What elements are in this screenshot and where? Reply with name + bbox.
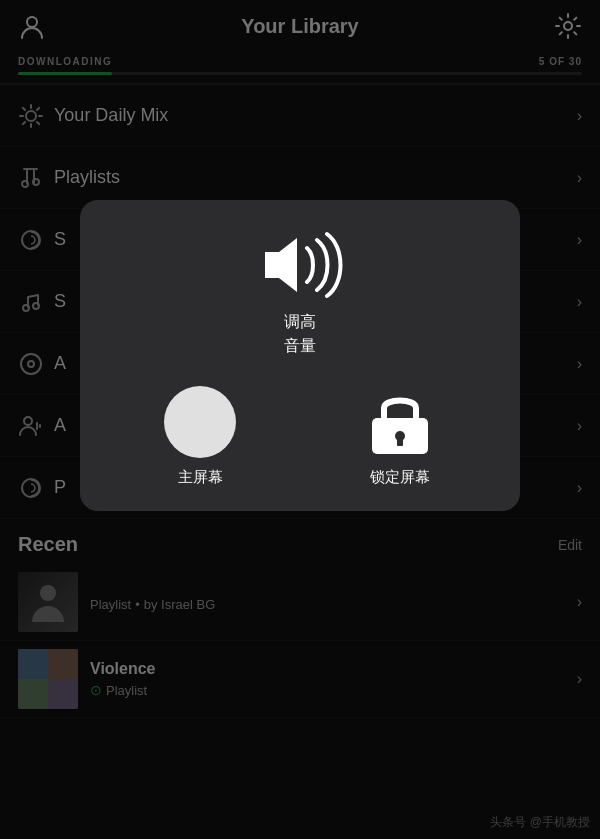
ios-system-popup: 调高 音量 主屏幕 锁定屏幕 — [80, 200, 520, 511]
popup-top: 调高 音量 — [255, 230, 345, 358]
lock-label: 锁定屏幕 — [370, 468, 430, 487]
home-action[interactable]: 主屏幕 — [164, 386, 236, 487]
volume-label: 调高 音量 — [284, 310, 316, 358]
popup-bottom: 主屏幕 锁定屏幕 — [100, 386, 500, 487]
lock-action[interactable]: 锁定屏幕 — [364, 386, 436, 487]
volume-icon-wrap — [255, 230, 345, 300]
svg-rect-23 — [397, 438, 403, 446]
lock-icon — [364, 386, 436, 458]
home-icon — [164, 386, 236, 458]
home-label: 主屏幕 — [178, 468, 223, 487]
